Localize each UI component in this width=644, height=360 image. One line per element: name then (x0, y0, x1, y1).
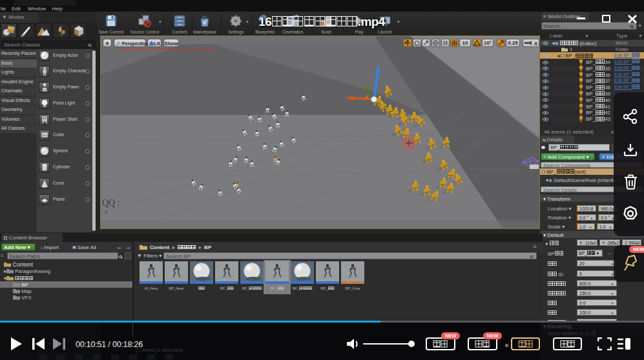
svg-text:4: 4 (534, 41, 537, 46)
svg-text:®: ® (105, 210, 109, 215)
svg-text:QQ :: QQ : (102, 198, 120, 208)
svg-text:Box: Box (42, 134, 47, 137)
